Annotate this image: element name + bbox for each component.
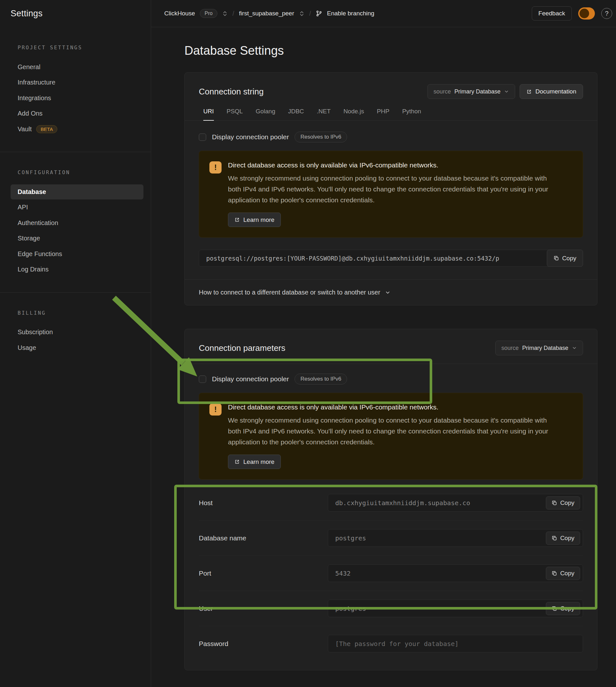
learn-more-label: Learn more [243,216,274,223]
sidebar-item-database[interactable]: Database [10,184,144,199]
enable-branching-button[interactable]: Enable branching [327,10,374,17]
tab-php[interactable]: PHP [377,108,389,120]
feedback-button[interactable]: Feedback [532,6,572,21]
port-label: Port [199,570,328,577]
copy-label: Copy [562,255,576,262]
source-select-value: Primary Database [522,345,568,352]
chevron-down-icon [572,346,577,351]
connection-string-header: Connection string source Primary Databas… [185,73,597,99]
sidebar-item-subscription[interactable]: Subscription [10,325,144,340]
password-placeholder: [The password for your database] [335,640,459,648]
host-input[interactable]: db.cxhygiuitamxhniiddjm.supabase.co Copy [328,494,583,512]
tab-dotnet[interactable]: .NET [317,108,330,120]
breadcrumb-project[interactable]: first_supabase_peer [239,10,294,17]
source-select[interactable]: source Primary Database [427,84,515,99]
content-column: ClickHouse Pro / first_supabase_peer / E… [151,0,616,687]
help-icon[interactable]: ? [601,8,612,19]
tab-golang[interactable]: Golang [256,108,275,120]
documentation-button[interactable]: Documentation [520,84,583,99]
notice-title: Direct database access is only available… [228,161,554,169]
connection-string-tabs: URI PSQL Golang JDBC .NET Node.js PHP Py… [185,99,597,121]
chevron-down-icon [504,89,509,94]
connection-uri-row: postgresql://postgres:[YOUR-PASSWORD]@db… [199,250,583,267]
section-label-configuration: CONFIGURATION [0,152,151,184]
copy-user-button[interactable]: Copy [546,602,580,615]
database-name-label: Database name [199,534,328,542]
tab-python[interactable]: Python [402,108,421,120]
copy-host-button[interactable]: Copy [546,496,580,509]
sidebar-item-integrations[interactable]: Integrations [10,91,144,106]
copy-port-button[interactable]: Copy [546,567,580,580]
learn-more-button[interactable]: Learn more [228,455,281,469]
section-label-billing: BILLING [0,293,151,324]
pooler-label: Display connection pooler [212,375,289,383]
section-label-project-settings: PROJECT SETTINGS [0,27,151,59]
tab-jdbc[interactable]: JDBC [288,108,304,120]
sidebar-item-add-ons[interactable]: Add Ons [10,106,144,121]
source-select[interactable]: source Primary Database [495,340,583,355]
sidebar-item-authentication[interactable]: Authentication [10,216,144,230]
copy-icon [552,606,557,611]
copy-uri-button[interactable]: Copy [547,250,583,267]
tab-uri[interactable]: URI [203,108,214,120]
connection-parameters-body: Display connection pooler Resolves to IP… [185,364,597,670]
tab-nodejs[interactable]: Node.js [344,108,364,120]
tab-psql[interactable]: PSQL [227,108,243,120]
sidebar-item-label: Vault [18,126,32,133]
connection-parameters-header: Connection parameters source Primary Dat… [185,329,597,364]
sidebar-item-infrastructure[interactable]: Infrastructure [10,75,144,90]
source-select-prefix: source [434,88,451,95]
sidebar-item-usage[interactable]: Usage [10,340,144,355]
sidebar-section-billing: BILLING Subscription Usage [0,292,151,371]
learn-more-button[interactable]: Learn more [228,213,281,227]
switch-database-disclosure[interactable]: How to connect to a different database o… [185,280,597,305]
port-value: 5432 [335,570,351,577]
database-settings-page: Database Settings Connection string sour… [151,27,616,687]
plan-badge: Pro [200,9,217,18]
beta-badge: BETA [36,125,57,133]
connection-uri-input[interactable]: postgresql://postgres:[YOUR-PASSWORD]@db… [199,250,583,267]
display-connection-pooler-checkbox[interactable] [199,133,206,141]
app-root: Settings PROJECT SETTINGS General Infras… [0,0,616,687]
org-selector-icon[interactable] [222,11,228,16]
user-input[interactable]: postgres Copy [328,600,583,617]
password-input[interactable]: [The password for your database] [328,635,583,652]
connection-string-title: Connection string [199,87,264,97]
ipv6-warning-panel: ! Direct database access is only availab… [199,393,583,480]
copy-label: Copy [560,605,574,612]
connection-string-card: Connection string source Primary Databas… [184,72,597,305]
breadcrumb-separator: / [233,10,234,17]
database-name-input[interactable]: postgres Copy [328,529,583,547]
source-select-value: Primary Database [454,88,501,95]
ipv6-badge: Resolves to IPv6 [294,374,347,384]
sidebar-item-vault[interactable]: Vault BETA [10,121,144,137]
external-link-icon [526,89,532,94]
page-title: Database Settings [184,44,597,58]
project-selector-icon[interactable] [299,11,305,16]
breadcrumb: ClickHouse Pro / first_supabase_peer / E… [164,9,374,18]
notice-body: We strongly recommend using connection p… [228,415,554,447]
connection-parameters-controls: source Primary Database [495,340,583,355]
display-connection-pooler-checkbox[interactable] [199,376,206,383]
copy-icon [552,535,557,541]
source-select-prefix: source [501,345,519,352]
database-name-value: postgres [335,534,366,542]
sidebar-section-project-settings: PROJECT SETTINGS General Infrastructure … [0,27,151,152]
sidebar-item-storage[interactable]: Storage [10,231,144,246]
parameter-rows: Host db.cxhygiuitamxhniiddjm.supabase.co… [199,485,583,661]
breadcrumb-org[interactable]: ClickHouse [164,10,195,17]
sidebar-item-general[interactable]: General [10,60,144,74]
copy-database-name-button[interactable]: Copy [546,531,580,545]
account-avatar[interactable] [578,7,595,20]
notice-body: We strongly recommend using connection p… [228,173,554,205]
port-input[interactable]: 5432 Copy [328,564,583,582]
sidebar-item-api[interactable]: API [10,200,144,215]
sidebar-header: Settings [0,0,151,27]
connection-string-controls: source Primary Database Documentation [427,84,583,99]
sidebar-item-edge-functions[interactable]: Edge Functions [10,246,144,262]
notice-content: Direct database access is only available… [228,403,554,469]
copy-icon [552,500,557,506]
host-label: Host [199,499,328,507]
sidebar-item-log-drains[interactable]: Log Drains [10,262,144,277]
notice-content: Direct database access is only available… [228,161,554,227]
